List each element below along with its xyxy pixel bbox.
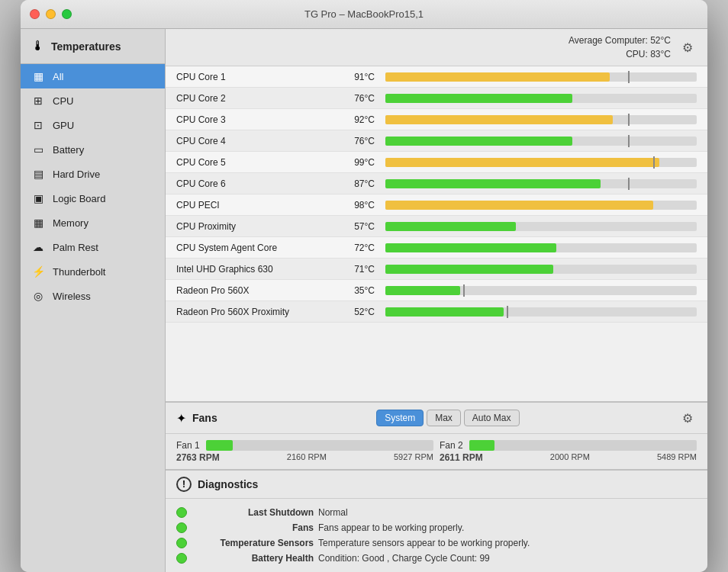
temp-name: CPU Core 1 bbox=[166, 69, 333, 85]
fan-control-max[interactable]: Max bbox=[427, 410, 461, 426]
sidebar-item-thunderbolt[interactable]: ⚡ Thunderbolt bbox=[21, 259, 165, 284]
temp-value: 98°C bbox=[333, 197, 379, 214]
sidebar-item-wireless[interactable]: ◎ Wireless bbox=[21, 284, 165, 308]
palmrest-icon: ☁ bbox=[31, 240, 45, 254]
fan-item: Fan 2 2611 RPM 2000 RPM 5489 RPM bbox=[440, 440, 697, 463]
all-icon: ▦ bbox=[31, 69, 45, 83]
cpu-icon: ⊞ bbox=[31, 94, 45, 108]
temp-row: CPU Core 6 87°C bbox=[166, 173, 707, 194]
close-button[interactable] bbox=[30, 9, 40, 19]
fan-control-system[interactable]: System bbox=[376, 410, 424, 426]
maximize-button[interactable] bbox=[62, 9, 72, 19]
temp-bar-bg bbox=[385, 179, 697, 188]
fan-bar-bg bbox=[206, 440, 433, 451]
temp-bar-bg bbox=[385, 286, 697, 295]
temp-row: CPU Core 5 99°C bbox=[166, 152, 707, 173]
diag-label: Fans bbox=[199, 522, 314, 533]
temp-bar-fill bbox=[385, 243, 556, 252]
fans-settings-button[interactable]: ⚙ bbox=[678, 409, 697, 427]
temp-bar-fill bbox=[385, 286, 460, 295]
diag-label: Last Shutdown bbox=[199, 507, 314, 518]
sidebar-item-cpu[interactable]: ⊞ CPU bbox=[21, 88, 165, 113]
temp-bar-container bbox=[379, 69, 707, 85]
temp-bar-fill bbox=[385, 179, 601, 188]
temp-bar-bg bbox=[385, 137, 697, 146]
sidebar-item-logicboard[interactable]: ▣ Logic Board bbox=[21, 186, 165, 210]
diag-value: Normal bbox=[318, 507, 697, 518]
temp-bar-fill bbox=[385, 115, 613, 124]
fan-bar-fill bbox=[206, 440, 234, 451]
fan-item: Fan 1 2763 RPM 2160 RPM 5927 RPM bbox=[176, 440, 433, 463]
diag-status-dot bbox=[176, 522, 187, 533]
sidebar-item-all[interactable]: ▦ All bbox=[21, 64, 165, 88]
diag-status-dot bbox=[176, 507, 187, 518]
temp-value: 91°C bbox=[333, 69, 379, 85]
window-title: TG Pro – MacBookPro15,1 bbox=[304, 8, 424, 20]
temp-name: CPU Core 4 bbox=[166, 133, 333, 149]
diag-row: Fans Fans appear to be working properly. bbox=[176, 520, 697, 535]
fan-control-auto_max[interactable]: Auto Max bbox=[464, 410, 520, 426]
diagnostics-icon: ! bbox=[176, 477, 192, 492]
diag-row: Temperature Sensors Temperature sensors … bbox=[176, 535, 697, 551]
thunderbolt-icon: ⚡ bbox=[31, 265, 45, 278]
temp-bar-bg bbox=[385, 222, 697, 231]
harddrive-icon: ▤ bbox=[31, 167, 45, 181]
wireless-icon: ◎ bbox=[31, 289, 45, 303]
sidebar-item-label: Wireless bbox=[53, 291, 91, 302]
cpu-label: CPU: bbox=[626, 49, 648, 59]
diag-row: Battery Health Condition: Good , Charge … bbox=[176, 551, 697, 566]
temp-name: CPU System Agent Core bbox=[166, 239, 333, 256]
diag-label: Battery Health bbox=[199, 553, 314, 564]
sidebar-item-battery[interactable]: ▭ Battery bbox=[21, 137, 165, 162]
sidebar-item-harddrive[interactable]: ▤ Hard Drive bbox=[21, 162, 165, 186]
temp-bar-bg bbox=[385, 265, 697, 274]
temp-bar-bg bbox=[385, 201, 697, 210]
fan-rpm-current: 2763 RPM bbox=[176, 452, 220, 463]
diag-row: Last Shutdown Normal bbox=[176, 505, 697, 520]
sidebar-item-label: Hard Drive bbox=[53, 169, 100, 180]
temp-bar-fill bbox=[385, 201, 653, 210]
app-window: TG Pro – MacBookPro15,1 🌡 Temperatures ▦… bbox=[21, 0, 707, 572]
main-content: 🌡 Temperatures ▦ All⊞ CPU⊡ GPU▭ Battery▤… bbox=[21, 29, 707, 572]
diag-status-dot bbox=[176, 538, 187, 548]
diag-status-dot bbox=[176, 553, 187, 564]
minimize-button[interactable] bbox=[46, 9, 56, 19]
temp-row: Radeon Pro 560X 35°C bbox=[166, 280, 707, 301]
temp-name: CPU Core 6 bbox=[166, 175, 333, 192]
sidebar-item-palmrest[interactable]: ☁ Palm Rest bbox=[21, 235, 165, 259]
temp-name: CPU Core 2 bbox=[166, 90, 333, 107]
temp-bar-container bbox=[379, 133, 707, 149]
fans-controls: SystemMaxAuto Max bbox=[376, 410, 519, 426]
sidebar-item-label: GPU bbox=[53, 120, 74, 131]
sidebar-item-label: Logic Board bbox=[53, 193, 105, 204]
top-info-bar: Average Computer: 52°C CPU: 83°C ⚙ bbox=[166, 29, 707, 66]
fan-top: Fan 1 bbox=[176, 440, 433, 451]
temp-bar-fill bbox=[385, 137, 572, 146]
temp-row: CPU PECI 98°C bbox=[166, 194, 707, 216]
temp-bar-container bbox=[379, 219, 707, 234]
sidebar-item-gpu[interactable]: ⊡ GPU bbox=[21, 113, 165, 137]
temp-bar-bg bbox=[385, 115, 697, 124]
battery-icon: ▭ bbox=[31, 143, 45, 156]
temp-bar-container bbox=[379, 91, 707, 106]
fan-bar-bg bbox=[469, 440, 697, 451]
temp-bar-fill bbox=[385, 94, 572, 103]
temp-bar-container bbox=[379, 155, 707, 170]
sidebar-item-memory[interactable]: ▦ Memory bbox=[21, 210, 165, 235]
settings-button[interactable]: ⚙ bbox=[678, 38, 697, 56]
temp-row: CPU Core 1 91°C bbox=[166, 66, 707, 88]
titlebar: TG Pro – MacBookPro15,1 bbox=[21, 0, 707, 29]
thermometer-icon: 🌡 bbox=[31, 38, 45, 54]
temp-bar-container bbox=[379, 240, 707, 255]
temp-value: 99°C bbox=[333, 154, 379, 171]
memory-icon: ▦ bbox=[31, 216, 45, 230]
fan-rpm-min: 2000 RPM bbox=[550, 452, 590, 463]
sidebar-item-label: Thunderbolt bbox=[53, 266, 105, 278]
fan-name: Fan 1 bbox=[176, 440, 200, 451]
fans-header: ✦ Fans SystemMaxAuto Max ⚙ bbox=[166, 403, 707, 434]
temp-name: CPU Core 3 bbox=[166, 111, 333, 128]
sidebar-item-label: CPU bbox=[53, 95, 73, 107]
temp-bar-fill bbox=[385, 158, 659, 167]
diag-value: Fans appear to be working properly. bbox=[318, 522, 697, 533]
temp-name: Intel UHD Graphics 630 bbox=[166, 261, 333, 278]
